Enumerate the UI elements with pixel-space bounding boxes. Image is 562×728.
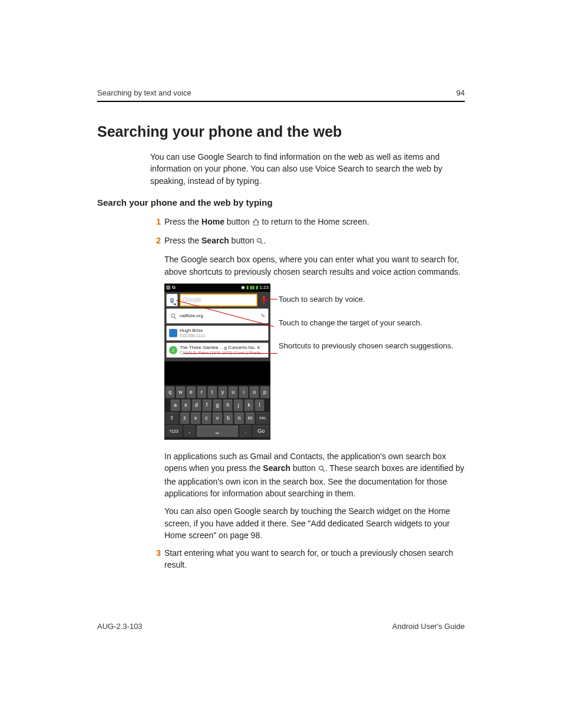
status-3g-icon: ▮ — [246, 284, 249, 291]
key[interactable]: f — [202, 399, 212, 411]
search-area: g Google cal — [164, 292, 270, 361]
key[interactable]: g — [213, 399, 223, 411]
key[interactable]: u — [228, 386, 238, 398]
key[interactable]: d — [191, 399, 201, 411]
svg-point-3 — [171, 314, 174, 317]
key[interactable]: w — [176, 386, 186, 398]
key-space[interactable]: ␣ — [196, 425, 238, 437]
microphone-icon — [261, 295, 267, 305]
step-number: 3 — [150, 547, 161, 559]
key[interactable]: z — [180, 412, 190, 424]
keyboard: q w e r t y u i o p — [164, 385, 270, 440]
footer-right: Android User's Guide — [392, 622, 465, 631]
voice-search-button[interactable] — [259, 294, 269, 307]
step2-p3b: button — [290, 463, 318, 473]
key[interactable]: q — [165, 386, 175, 398]
key[interactable]: x — [190, 412, 201, 424]
header-page-number: 94 — [457, 88, 465, 97]
key[interactable]: l — [254, 399, 265, 411]
key[interactable]: s — [181, 399, 191, 411]
key[interactable]: h — [223, 399, 233, 411]
svg-rect-2 — [263, 296, 265, 301]
leader-line — [183, 353, 277, 354]
search-icon — [318, 463, 325, 475]
section-title: Search your phone and the web by typing — [97, 197, 465, 207]
callout-target: Touch to change the target of your searc… — [279, 318, 453, 328]
step-1: 1 Press the Home button to return to the… — [150, 216, 465, 229]
step1-bold: Home — [201, 217, 224, 226]
key[interactable]: y — [218, 386, 228, 398]
key-go[interactable]: Go — [252, 425, 270, 437]
status-sync-icon: ◉ — [241, 284, 245, 291]
step-number: 2 — [150, 235, 161, 246]
svg-point-5 — [319, 466, 323, 470]
svg-line-4 — [174, 317, 176, 319]
step1-tail: to return to the Home screen. — [260, 217, 369, 226]
screenshot-figure: ▧ ⧉ ◉ ▮ ▮▮ ▮ 1:23 — [164, 284, 465, 440]
intro-block: You can use Google Search to find inform… — [150, 151, 465, 187]
suggestion-title: Hugh Briss — [180, 328, 266, 334]
svg-line-6 — [322, 470, 324, 472]
key-comma[interactable]: , — [183, 425, 196, 437]
suggestion-title: calflora.org — [180, 314, 259, 319]
key[interactable]: v — [212, 412, 223, 424]
step-2: 2 Press the Search button . The Google s… — [150, 235, 465, 541]
page-footer: AUG-2.3-103 Android User's Guide — [97, 622, 465, 631]
key[interactable]: t — [207, 386, 217, 398]
callout-voice: Touch to search by voice. — [279, 294, 453, 305]
running-header: Searching by text and voice 94 — [97, 88, 465, 102]
svg-line-1 — [261, 242, 263, 244]
key[interactable]: b — [223, 412, 234, 424]
suggestion-subtitle: 510-555-1111 — [180, 334, 266, 338]
music-icon: ♪ — [169, 346, 177, 354]
key-delete[interactable]: DEL — [256, 412, 270, 424]
step2-bold: Search — [201, 236, 229, 245]
edit-icon[interactable]: ✎ — [261, 312, 266, 320]
status-notif-icon: ▧ — [166, 284, 171, 291]
key[interactable]: k — [244, 399, 254, 411]
step2-p4: You can also open Google search by touch… — [164, 505, 465, 541]
phone-screenshot: ▧ ⧉ ◉ ▮ ▮▮ ▮ 1:23 — [164, 284, 270, 440]
step1-pre: Press the — [164, 217, 201, 226]
contact-icon: 👤 — [169, 329, 177, 337]
key[interactable]: m — [245, 412, 256, 424]
step-number: 1 — [150, 216, 161, 228]
search-icon — [169, 312, 177, 320]
status-signal-icon: ▮▮ — [250, 284, 254, 291]
key[interactable]: o — [249, 386, 259, 398]
search-suggestion[interactable]: ♪ The Three Gamba …g Concerto No. 4 CASA… — [166, 342, 269, 358]
steps-list: 1 Press the Home button to return to the… — [150, 216, 465, 571]
status-notif-icon: ⧉ — [172, 284, 176, 291]
search-suggestion[interactable]: 👤 Hugh Briss 510-555-1111 — [166, 325, 269, 341]
callout-column: Touch to search by voice. Touch to chang… — [279, 284, 453, 364]
status-battery-icon: ▮ — [256, 284, 258, 291]
key[interactable]: r — [197, 386, 207, 398]
key[interactable]: j — [233, 399, 243, 411]
key-symbols[interactable]: ?123 — [165, 425, 183, 437]
callout-shortcuts: Shortcuts to previously chosen search su… — [279, 341, 453, 351]
svg-point-0 — [257, 239, 262, 243]
phone-background — [164, 361, 270, 385]
status-time: 1:23 — [259, 284, 269, 291]
key[interactable]: c — [201, 412, 212, 424]
step2-p3bold: Search — [263, 463, 290, 473]
step2-post: button — [229, 236, 257, 245]
key[interactable]: i — [239, 386, 249, 398]
key[interactable]: a — [170, 399, 180, 411]
key[interactable]: n — [234, 412, 244, 424]
status-bar: ▧ ⧉ ◉ ▮ ▮▮ ▮ 1:23 — [164, 284, 270, 292]
key-period[interactable]: . — [239, 425, 252, 437]
document-page: Searching by text and voice 94 Searching… — [0, 0, 562, 728]
key[interactable]: p — [260, 386, 270, 398]
key[interactable]: e — [186, 386, 196, 398]
step3-text: Start entering what you want to search f… — [164, 547, 465, 571]
footer-left: AUG-2.3-103 — [97, 622, 143, 631]
step2-pre: Press the — [164, 236, 201, 245]
key-shift[interactable]: ⇧ — [165, 412, 179, 424]
step2-p2: The Google search box opens, where you c… — [164, 253, 465, 278]
header-section: Searching by text and voice — [97, 88, 191, 97]
page-title: Searching your phone and the web — [97, 123, 465, 140]
home-icon — [252, 217, 260, 229]
step-3: 3 Start entering what you want to search… — [150, 547, 465, 571]
intro-text: You can use Google Search to find inform… — [150, 151, 465, 187]
